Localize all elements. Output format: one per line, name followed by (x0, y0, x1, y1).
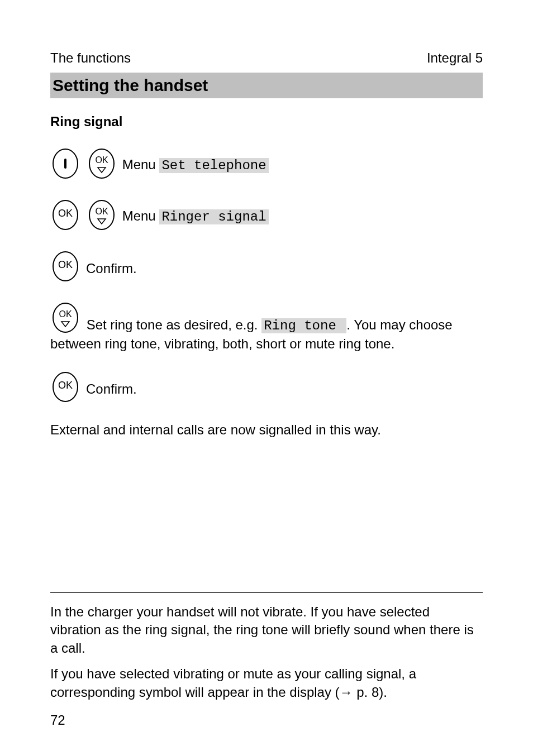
note2-post: p. 8). (353, 685, 387, 700)
ok-down-icon (87, 146, 117, 181)
ok-down-icon (50, 300, 80, 335)
step2-code: Ringer signal (159, 209, 268, 224)
step2-prefix: Menu (122, 208, 160, 223)
note-1: In the charger your handset will not vib… (50, 603, 483, 657)
step-2: Menu Ringer signal (50, 198, 483, 232)
power-icon (50, 146, 80, 181)
step5-text: Confirm. (86, 380, 137, 398)
step3-text: Confirm. (86, 260, 137, 277)
ok-icon (50, 198, 80, 232)
page-title: Setting the handset (50, 73, 483, 98)
step4-pre: Set ring tone as desired, e.g. (87, 317, 262, 332)
note-2: If you have selected vibrating or mute a… (50, 665, 483, 701)
divider (50, 592, 483, 593)
header-row: The functions Integral 5 (50, 50, 483, 66)
bottom-notes: In the charger your handset will not vib… (50, 592, 483, 728)
step-3: Confirm. (50, 249, 483, 284)
ok-down-icon (87, 198, 117, 232)
step4-code: Ring tone (261, 318, 346, 333)
subheading: Ring signal (50, 114, 483, 130)
body-after: External and internal calls are now sign… (50, 421, 483, 439)
step1-code: Set telephone (159, 158, 268, 173)
arrow-icon: → (340, 685, 353, 700)
page-number: 72 (50, 712, 483, 728)
header-left: The functions (50, 50, 131, 66)
step-5: Confirm. (50, 370, 483, 404)
ok-icon (50, 370, 80, 404)
step-4: Set ring tone as desired, e.g. Ring tone… (50, 300, 483, 353)
header-right: Integral 5 (427, 50, 483, 66)
ok-icon (50, 249, 80, 284)
step1-prefix: Menu (122, 157, 160, 172)
step-1: Menu Set telephone (50, 146, 483, 181)
page: The functions Integral 5 Setting the han… (0, 0, 533, 756)
